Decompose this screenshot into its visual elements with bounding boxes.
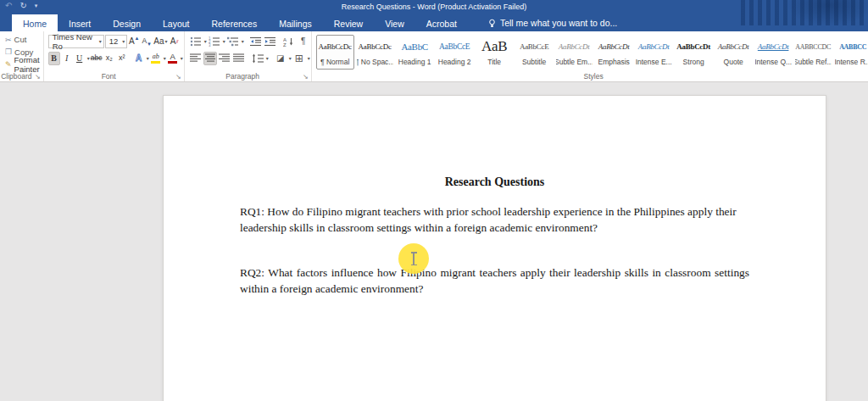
- style-quote[interactable]: AaBbCcDt Quote: [715, 35, 753, 70]
- text-effects-options-icon[interactable]: ▾: [147, 55, 149, 61]
- text-effects-button[interactable]: A: [133, 52, 145, 65]
- decrease-indent-icon: [250, 36, 262, 47]
- style-intense-quote[interactable]: AaBbCcDt Intense Q...: [754, 35, 793, 70]
- superscript-button[interactable]: x²: [116, 52, 128, 65]
- tab-references[interactable]: References: [201, 14, 269, 31]
- grow-font-button[interactable]: A▲: [128, 35, 140, 48]
- sort-button[interactable]: AZ: [282, 35, 296, 48]
- tab-review[interactable]: Review: [323, 14, 374, 31]
- font-name-value: Times New Ro: [53, 32, 97, 51]
- paragraph-dialog-launcher-icon[interactable]: ↘: [303, 74, 309, 81]
- click-highlight: [398, 243, 429, 274]
- highlight-color-button[interactable]: ab: [150, 52, 162, 65]
- cut-button[interactable]: ✂ Cut: [4, 34, 40, 46]
- center-button[interactable]: [203, 52, 217, 65]
- tab-view[interactable]: View: [374, 14, 415, 31]
- format-painter-label: Format Painter: [14, 55, 40, 74]
- font-size-combo[interactable]: 12 ▾: [105, 35, 127, 48]
- decrease-indent-button[interactable]: [249, 35, 263, 48]
- increase-indent-button[interactable]: [264, 35, 277, 48]
- styles-gallery: AaBbCcDc ¶ Normal AaBbCcDc ¶ No Spac... …: [316, 34, 868, 70]
- font-group: Times New Ro ▾ 12 ▾ A▲ A▼ Aa▾ A B I U ▾ …: [44, 31, 185, 81]
- align-center-icon: [205, 53, 215, 63]
- underline-options-icon[interactable]: ▾: [87, 55, 90, 61]
- tab-layout[interactable]: Layout: [152, 14, 201, 31]
- style-no-spacing[interactable]: AaBbCcDc ¶ No Spac...: [356, 35, 394, 70]
- svg-text:A: A: [283, 36, 287, 42]
- style-subtle-reference[interactable]: AABBCCDC Subtle Ref...: [794, 35, 832, 70]
- style-subtle-emphasis[interactable]: AaBbCcDt Subtle Em...: [555, 35, 593, 70]
- document-canvas: Research Questions RQ1: How do Filipino …: [0, 82, 868, 401]
- cut-label: Cut: [14, 35, 27, 44]
- strikethrough-button[interactable]: abc: [91, 52, 103, 65]
- paragraph-group-label: Paragraph: [185, 72, 301, 81]
- line-spacing-button[interactable]: [251, 52, 264, 65]
- numbered-list-icon: 123: [209, 36, 220, 47]
- show-hide-pilcrow-button[interactable]: ¶: [297, 35, 310, 48]
- styles-group: AaBbCcDc ¶ Normal AaBbCcDc ¶ No Spac... …: [312, 31, 868, 81]
- font-size-value: 12: [109, 36, 119, 46]
- chevron-down-icon: ▾: [122, 38, 125, 44]
- document-page[interactable]: Research Questions RQ1: How do Filipino …: [163, 95, 826, 401]
- borders-button[interactable]: ⊞: [292, 52, 306, 65]
- font-color-button[interactable]: A: [167, 52, 179, 65]
- subscript-button[interactable]: x₂: [103, 52, 115, 65]
- justify-button[interactable]: [232, 52, 246, 65]
- multilevel-list-button[interactable]: [226, 35, 240, 48]
- font-dialog-launcher-icon[interactable]: ↘: [175, 74, 181, 81]
- style-title[interactable]: AaB Title: [476, 35, 514, 70]
- eraser-icon: [176, 40, 180, 43]
- style-intense-emphasis[interactable]: AaBbCcDt Intense E...: [635, 35, 673, 70]
- highlight-options-icon[interactable]: ▾: [164, 55, 166, 61]
- shrink-font-button[interactable]: A▼: [141, 35, 153, 48]
- style-heading-2[interactable]: AaBbCcE Heading 2: [436, 35, 474, 70]
- style-strong[interactable]: AaBbCcDt Strong: [675, 35, 713, 70]
- style-emphasis[interactable]: AaBbCcDt Emphasis: [595, 35, 633, 70]
- align-right-icon: [219, 53, 231, 63]
- sort-icon: AZ: [283, 36, 294, 47]
- style-subtitle[interactable]: AaBbCcE Subtitle: [515, 35, 554, 70]
- text-cursor-icon: [413, 253, 415, 265]
- tab-home[interactable]: Home: [12, 14, 58, 31]
- lightbulb-icon: [488, 19, 496, 28]
- increase-indent-icon: [264, 36, 276, 47]
- tab-mailings[interactable]: Mailings: [268, 14, 323, 31]
- ribbon-tab-bar: Home Insert Design Layout References Mai…: [0, 14, 868, 31]
- change-case-button[interactable]: Aa▾: [153, 35, 167, 48]
- format-painter-button[interactable]: ✎ Format Painter: [4, 58, 40, 70]
- paragraph-rq1[interactable]: RQ1: How do Filipino migrant teachers wi…: [240, 203, 749, 236]
- clipboard-dialog-launcher-icon[interactable]: ↘: [35, 74, 41, 81]
- paragraph-rq2[interactable]: RQ2: What factors influence how Filipino…: [240, 265, 749, 297]
- style-normal[interactable]: AaBbCcDc ¶ Normal: [316, 35, 354, 70]
- tell-me-box[interactable]: Tell me what you want to do...: [481, 14, 624, 31]
- font-name-combo[interactable]: Times New Ro ▾: [48, 35, 104, 48]
- app-top: ↶ ↻ ▾ Research Questions - Word (Product…: [0, 0, 868, 31]
- italic-button[interactable]: I: [61, 52, 73, 65]
- bullets-button[interactable]: [189, 35, 203, 48]
- tab-acrobat[interactable]: Acrobat: [415, 14, 468, 31]
- svg-text:3: 3: [209, 42, 211, 46]
- line-spacing-icon: [252, 53, 264, 64]
- clipboard-group-label: Clipboard: [0, 72, 33, 81]
- tab-insert[interactable]: Insert: [58, 14, 102, 31]
- font-group-label: Font: [44, 72, 174, 81]
- title-bar: ↶ ↻ ▾ Research Questions - Word (Product…: [0, 0, 868, 14]
- shading-button[interactable]: ◪: [274, 52, 287, 65]
- clear-formatting-button[interactable]: A: [169, 35, 181, 48]
- font-color-options-icon[interactable]: ▾: [181, 55, 183, 61]
- bold-button[interactable]: B: [48, 52, 60, 65]
- format-painter-icon: ✎: [5, 60, 12, 69]
- align-left-button[interactable]: [189, 52, 203, 65]
- align-left-icon: [190, 53, 202, 63]
- underline-button[interactable]: U: [74, 52, 86, 65]
- tab-design[interactable]: Design: [102, 14, 152, 31]
- style-intense-reference[interactable]: AABBCC Intense R...: [834, 35, 868, 70]
- clipboard-group: ✂ Cut ❐ Copy ✎ Format Painter Clipboard …: [0, 31, 44, 81]
- highlight-color-swatch: [151, 61, 160, 64]
- justify-icon: [233, 53, 245, 63]
- numbering-button[interactable]: 123: [208, 35, 221, 48]
- document-heading: Research Questions: [164, 175, 826, 189]
- align-right-button[interactable]: [218, 52, 231, 65]
- paragraph-group: ▾ 123 ▾ ▾ AZ ¶: [185, 31, 312, 81]
- style-heading-1[interactable]: AaBbC Heading 1: [396, 35, 434, 70]
